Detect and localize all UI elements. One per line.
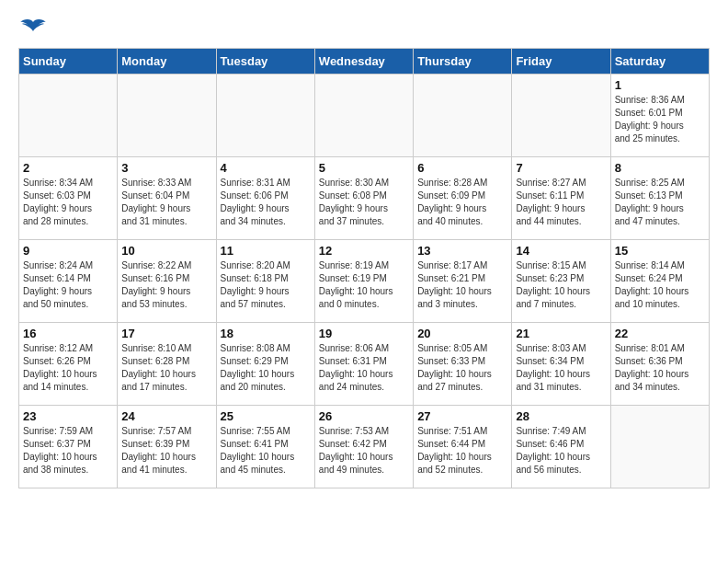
- day-cell: 19Sunrise: 8:06 AM Sunset: 6:31 PM Dayli…: [314, 323, 413, 406]
- day-number: 14: [516, 244, 606, 258]
- day-cell: 7Sunrise: 8:27 AM Sunset: 6:11 PM Daylig…: [512, 157, 610, 240]
- day-number: 24: [121, 409, 211, 423]
- day-number: 20: [417, 327, 507, 340]
- day-info: Sunrise: 8:36 AM Sunset: 6:01 PM Dayligh…: [615, 94, 705, 145]
- day-info: Sunrise: 8:17 AM Sunset: 6:21 PM Dayligh…: [417, 259, 507, 311]
- day-info: Sunrise: 7:57 AM Sunset: 6:39 PM Dayligh…: [121, 425, 211, 477]
- day-info: Sunrise: 7:51 AM Sunset: 6:44 PM Dayligh…: [417, 425, 507, 477]
- day-cell: [414, 75, 512, 157]
- day-cell: [314, 75, 413, 157]
- day-info: Sunrise: 7:59 AM Sunset: 6:37 PM Dayligh…: [23, 425, 113, 477]
- day-cell: 22Sunrise: 8:01 AM Sunset: 6:36 PM Dayli…: [610, 323, 709, 406]
- day-info: Sunrise: 8:05 AM Sunset: 6:33 PM Dayligh…: [417, 342, 507, 394]
- day-number: 10: [121, 244, 211, 258]
- day-number: 3: [121, 161, 211, 175]
- day-cell: 15Sunrise: 8:14 AM Sunset: 6:24 PM Dayli…: [610, 240, 709, 323]
- weekday-header-wednesday: Wednesday: [314, 49, 413, 75]
- day-info: Sunrise: 8:20 AM Sunset: 6:18 PM Dayligh…: [221, 259, 311, 311]
- day-cell: 25Sunrise: 7:55 AM Sunset: 6:41 PM Dayli…: [216, 406, 314, 488]
- day-cell: 8Sunrise: 8:25 AM Sunset: 6:13 PM Daylig…: [610, 157, 709, 240]
- day-info: Sunrise: 8:14 AM Sunset: 6:24 PM Dayligh…: [615, 259, 705, 311]
- day-info: Sunrise: 8:19 AM Sunset: 6:19 PM Dayligh…: [319, 259, 409, 311]
- day-info: Sunrise: 8:33 AM Sunset: 6:04 PM Dayligh…: [121, 177, 211, 228]
- day-info: Sunrise: 7:49 AM Sunset: 6:46 PM Dayligh…: [516, 425, 606, 477]
- day-cell: 2Sunrise: 8:34 AM Sunset: 6:03 PM Daylig…: [19, 157, 118, 240]
- day-number: 8: [615, 161, 705, 175]
- day-number: 18: [221, 327, 311, 340]
- day-number: 22: [615, 327, 705, 340]
- day-number: 7: [516, 161, 606, 175]
- day-cell: 6Sunrise: 8:28 AM Sunset: 6:09 PM Daylig…: [414, 157, 512, 240]
- day-info: Sunrise: 8:27 AM Sunset: 6:11 PM Dayligh…: [516, 177, 606, 228]
- day-cell: 17Sunrise: 8:10 AM Sunset: 6:28 PM Dayli…: [118, 323, 216, 406]
- day-cell: 27Sunrise: 7:51 AM Sunset: 6:44 PM Dayli…: [414, 406, 512, 488]
- day-info: Sunrise: 8:34 AM Sunset: 6:03 PM Dayligh…: [23, 177, 113, 228]
- day-number: 2: [23, 161, 113, 175]
- day-cell: 16Sunrise: 8:12 AM Sunset: 6:26 PM Dayli…: [19, 323, 118, 406]
- day-number: 11: [221, 244, 311, 258]
- day-number: 23: [23, 409, 113, 423]
- day-number: 28: [516, 409, 606, 423]
- day-number: 19: [319, 327, 409, 340]
- day-cell: 13Sunrise: 8:17 AM Sunset: 6:21 PM Dayli…: [414, 240, 512, 323]
- day-info: Sunrise: 8:28 AM Sunset: 6:09 PM Dayligh…: [417, 177, 507, 228]
- day-cell: 10Sunrise: 8:22 AM Sunset: 6:16 PM Dayli…: [118, 240, 216, 323]
- day-number: 15: [615, 244, 705, 258]
- day-number: 9: [23, 244, 113, 258]
- day-cell: 23Sunrise: 7:59 AM Sunset: 6:37 PM Dayli…: [19, 406, 118, 488]
- logo-bird-icon: [18, 18, 48, 39]
- day-info: Sunrise: 8:08 AM Sunset: 6:29 PM Dayligh…: [221, 342, 311, 394]
- day-number: 1: [615, 78, 705, 92]
- day-info: Sunrise: 8:30 AM Sunset: 6:08 PM Dayligh…: [319, 177, 409, 228]
- day-info: Sunrise: 8:10 AM Sunset: 6:28 PM Dayligh…: [121, 342, 211, 394]
- day-cell: 11Sunrise: 8:20 AM Sunset: 6:18 PM Dayli…: [216, 240, 314, 323]
- day-number: 13: [417, 244, 507, 258]
- day-cell: 24Sunrise: 7:57 AM Sunset: 6:39 PM Dayli…: [118, 406, 216, 488]
- day-number: 21: [516, 327, 606, 340]
- day-cell: 4Sunrise: 8:31 AM Sunset: 6:06 PM Daylig…: [216, 157, 314, 240]
- weekday-header-thursday: Thursday: [414, 49, 512, 75]
- day-cell: 20Sunrise: 8:05 AM Sunset: 6:33 PM Dayli…: [414, 323, 512, 406]
- day-cell: 1Sunrise: 8:36 AM Sunset: 6:01 PM Daylig…: [610, 75, 709, 157]
- day-number: 5: [319, 161, 409, 175]
- weekday-header-monday: Monday: [118, 49, 216, 75]
- day-cell: 28Sunrise: 7:49 AM Sunset: 6:46 PM Dayli…: [512, 406, 610, 488]
- day-number: 25: [221, 409, 311, 423]
- week-row-1: 1Sunrise: 8:36 AM Sunset: 6:01 PM Daylig…: [19, 75, 710, 157]
- day-cell: 5Sunrise: 8:30 AM Sunset: 6:08 PM Daylig…: [314, 157, 413, 240]
- day-info: Sunrise: 8:01 AM Sunset: 6:36 PM Dayligh…: [615, 342, 705, 394]
- day-number: 16: [23, 327, 113, 340]
- day-info: Sunrise: 8:25 AM Sunset: 6:13 PM Dayligh…: [615, 177, 705, 228]
- weekday-header-tuesday: Tuesday: [216, 49, 314, 75]
- day-cell: 21Sunrise: 8:03 AM Sunset: 6:34 PM Dayli…: [512, 323, 610, 406]
- day-number: 27: [417, 409, 507, 423]
- day-info: Sunrise: 8:15 AM Sunset: 6:23 PM Dayligh…: [516, 259, 606, 311]
- day-cell: [216, 75, 314, 157]
- weekday-header-friday: Friday: [512, 49, 610, 75]
- day-info: Sunrise: 8:06 AM Sunset: 6:31 PM Dayligh…: [319, 342, 409, 394]
- day-cell: [118, 75, 216, 157]
- day-number: 26: [319, 409, 409, 423]
- week-row-3: 9Sunrise: 8:24 AM Sunset: 6:14 PM Daylig…: [19, 240, 710, 323]
- week-row-4: 16Sunrise: 8:12 AM Sunset: 6:26 PM Dayli…: [19, 323, 710, 406]
- week-row-2: 2Sunrise: 8:34 AM Sunset: 6:03 PM Daylig…: [19, 157, 710, 240]
- weekday-header-row: SundayMondayTuesdayWednesdayThursdayFrid…: [19, 49, 710, 75]
- day-cell: 26Sunrise: 7:53 AM Sunset: 6:42 PM Dayli…: [314, 406, 413, 488]
- day-cell: [610, 406, 709, 488]
- day-cell: 3Sunrise: 8:33 AM Sunset: 6:04 PM Daylig…: [118, 157, 216, 240]
- day-number: 17: [121, 327, 211, 340]
- day-cell: [19, 75, 118, 157]
- day-cell: 14Sunrise: 8:15 AM Sunset: 6:23 PM Dayli…: [512, 240, 610, 323]
- week-row-5: 23Sunrise: 7:59 AM Sunset: 6:37 PM Dayli…: [19, 406, 710, 488]
- day-info: Sunrise: 8:31 AM Sunset: 6:06 PM Dayligh…: [221, 177, 311, 228]
- day-info: Sunrise: 8:03 AM Sunset: 6:34 PM Dayligh…: [516, 342, 606, 394]
- day-cell: 12Sunrise: 8:19 AM Sunset: 6:19 PM Dayli…: [314, 240, 413, 323]
- day-cell: 9Sunrise: 8:24 AM Sunset: 6:14 PM Daylig…: [19, 240, 118, 323]
- day-info: Sunrise: 8:24 AM Sunset: 6:14 PM Dayligh…: [23, 259, 113, 311]
- calendar-table: SundayMondayTuesdayWednesdayThursdayFrid…: [18, 48, 710, 488]
- day-number: 4: [221, 161, 311, 175]
- day-info: Sunrise: 8:22 AM Sunset: 6:16 PM Dayligh…: [121, 259, 211, 311]
- day-number: 6: [417, 161, 507, 175]
- day-cell: 18Sunrise: 8:08 AM Sunset: 6:29 PM Dayli…: [216, 323, 314, 406]
- weekday-header-sunday: Sunday: [19, 49, 118, 75]
